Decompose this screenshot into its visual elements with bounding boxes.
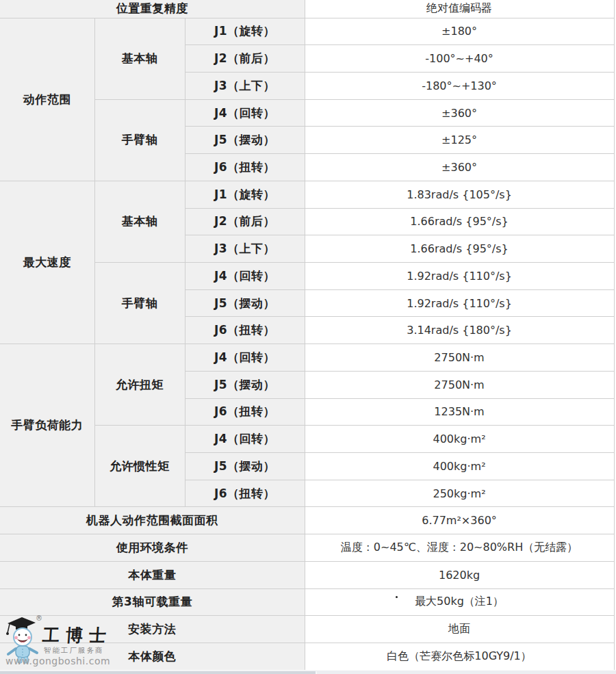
value-speed-j5: 1.92rad/s {110°/s} bbox=[305, 289, 614, 317]
axis-label-speed-j1: J1（旋转） bbox=[185, 181, 305, 208]
value-torque-j6: 1235N·m bbox=[305, 398, 614, 426]
value-motion-j2: -100°~+40° bbox=[305, 45, 614, 73]
axis-label-torque-j4: J4（回转） bbox=[185, 344, 305, 372]
axis-label-inertia-j6: J6（扭转） bbox=[185, 480, 305, 507]
value-inertia-j5: 400kg·m² bbox=[305, 453, 614, 480]
value-motion-j5: ±125° bbox=[305, 127, 614, 154]
row-label-work-envelope-area: 机器人动作范围截面面积 bbox=[0, 507, 305, 534]
group-label-allowable-torque: 允许扭矩 bbox=[94, 344, 185, 426]
value-body-weight: 1620kg bbox=[305, 561, 614, 588]
row-label-body-weight: 本体重量 bbox=[0, 561, 305, 588]
axis-label-j1: J1（旋转） bbox=[185, 18, 305, 45]
horizontal-scrollbar-track[interactable] bbox=[0, 670, 616, 674]
spec-page: 位置重复精度 绝对值编码器 动作范围 基本轴 J1（旋转） ±180° J2（前… bbox=[0, 0, 616, 674]
axis-label-torque-j6: J6（扭转） bbox=[185, 398, 305, 426]
value-axis3-payload: 最大50kg（注1） bbox=[305, 588, 614, 616]
stray-dot bbox=[396, 596, 398, 598]
row-label-position-repeatability: 位置重复精度 bbox=[0, 0, 305, 18]
axis-label-speed-j6: J6（扭转） bbox=[185, 317, 305, 344]
axis-label-j6: J6（扭转） bbox=[185, 154, 305, 181]
value-motion-j4: ±360° bbox=[305, 99, 614, 127]
group-label-basic-axes-speed: 基本轴 bbox=[94, 181, 185, 262]
value-speed-j2: 1.66rad/s {95°/s} bbox=[305, 208, 614, 235]
axis-label-speed-j5: J5（摆动） bbox=[185, 289, 305, 317]
row-label-body-color: 本体颜色 bbox=[0, 643, 305, 671]
row-label-axis3-payload: 第3轴可载重量 bbox=[0, 588, 305, 616]
axis-label-speed-j3: J3（上下） bbox=[185, 235, 305, 263]
axis-label-j3: J3（上下） bbox=[185, 72, 305, 99]
axis-label-speed-j4: J4（回转） bbox=[185, 262, 305, 289]
axis-label-j4: J4（回转） bbox=[185, 99, 305, 127]
value-inertia-j4: 400kg·m² bbox=[305, 426, 614, 453]
axis-label-inertia-j5: J5（摆动） bbox=[185, 453, 305, 480]
value-torque-j4: 2750N·m bbox=[305, 344, 614, 372]
value-work-envelope-area: 6.77m²×360° bbox=[305, 507, 614, 534]
row-label-mounting-method: 安装方法 bbox=[0, 616, 305, 643]
row-label-environment: 使用环境条件 bbox=[0, 534, 305, 562]
robot-spec-table: 位置重复精度 绝对值编码器 动作范围 基本轴 J1（旋转） ±180° J2（前… bbox=[0, 0, 615, 671]
value-torque-j5: 2750N·m bbox=[305, 371, 614, 398]
value-mounting-method: 地面 bbox=[305, 616, 614, 643]
value-motion-j1: ±180° bbox=[305, 18, 614, 45]
value-speed-j3: 1.66rad/s {95°/s} bbox=[305, 235, 614, 263]
value-body-color: 白色（芒赛尔色标10GY9/1） bbox=[305, 643, 614, 671]
value-speed-j6: 3.14rad/s {180°/s} bbox=[305, 317, 614, 344]
group-label-basic-axes: 基本轴 bbox=[94, 18, 185, 99]
group-label-wrist-axes-speed: 手臂轴 bbox=[94, 262, 185, 344]
axis-label-j5: J5（摆动） bbox=[185, 127, 305, 154]
value-motion-j6: ±360° bbox=[305, 154, 614, 181]
group-label-wrist-axes: 手臂轴 bbox=[94, 99, 185, 181]
axis-label-speed-j2: J2（前后） bbox=[185, 208, 305, 235]
value-environment: 温度：0~45℃、湿度：20~80%RH（无结露） bbox=[305, 534, 614, 562]
section-label-motion-range: 动作范围 bbox=[0, 18, 94, 181]
value-position-repeatability: 绝对值编码器 bbox=[305, 0, 614, 18]
axis-label-inertia-j4: J4（回转） bbox=[185, 426, 305, 453]
value-motion-j3: -180°~+130° bbox=[305, 72, 614, 99]
axis-label-torque-j5: J5（摆动） bbox=[185, 371, 305, 398]
axis-label-j2: J2（前后） bbox=[185, 45, 305, 73]
value-speed-j4: 1.92rad/s {110°/s} bbox=[305, 262, 614, 289]
value-inertia-j6: 250kg·m² bbox=[305, 480, 614, 507]
group-label-allowable-inertia: 允许惯性矩 bbox=[94, 426, 185, 507]
section-label-max-speed: 最大速度 bbox=[0, 181, 94, 344]
section-label-load-capacity: 手臂负荷能力 bbox=[0, 344, 94, 507]
horizontal-scrollbar-thumb[interactable] bbox=[0, 671, 317, 674]
value-speed-j1: 1.83rad/s {105°/s} bbox=[305, 181, 614, 208]
